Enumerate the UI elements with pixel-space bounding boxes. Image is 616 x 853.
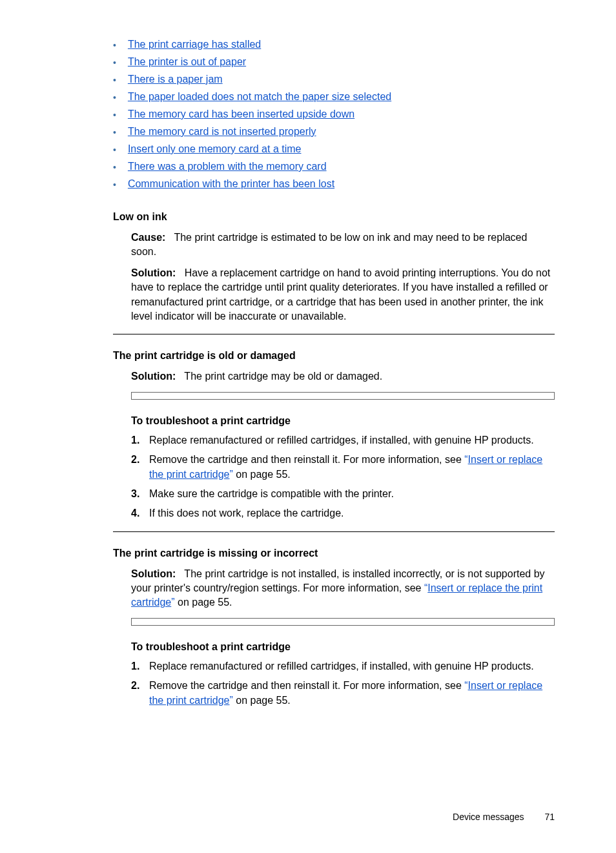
topic-link[interactable]: Insert only one memory card at a time xyxy=(128,143,302,155)
step-item: 3.Make sure the cartridge is compatible … xyxy=(131,487,555,501)
solution-text: Have a replacement cartridge on hand to … xyxy=(131,267,550,322)
list-item: •There was a problem with the memory car… xyxy=(113,161,555,174)
list-item: •The memory card has been inserted upsid… xyxy=(113,108,555,122)
bullet-icon: • xyxy=(113,126,116,139)
bullet-icon: • xyxy=(113,39,116,52)
old-damaged-content: Solution: The print cartridge may be old… xyxy=(113,369,555,384)
heading-low-on-ink: Low on ink xyxy=(113,211,555,223)
bullet-icon: • xyxy=(113,91,116,105)
solution-text: The print cartridge is not installed, is… xyxy=(131,568,545,608)
step-text: Remove the cartridge and then reinstall … xyxy=(149,679,555,708)
solution-label: Solution: xyxy=(131,267,176,278)
solution-paragraph: Solution: The print cartridge is not ins… xyxy=(131,567,555,610)
troubleshoot-block-1: To troubleshoot a print cartridge 1.Repl… xyxy=(113,415,555,521)
section-divider xyxy=(113,531,555,532)
topic-link[interactable]: Communication with the printer has been … xyxy=(128,178,334,190)
topic-link[interactable]: The print carriage has stalled xyxy=(128,39,261,50)
step-number: 2. xyxy=(131,453,149,467)
step-number: 1. xyxy=(131,659,149,673)
step-text: If this does not work, replace the cartr… xyxy=(149,506,344,520)
bullet-icon: • xyxy=(113,56,116,70)
low-on-ink-content: Cause: The print cartridge is estimated … xyxy=(113,231,555,324)
list-item: •The paper loaded does not match the pap… xyxy=(113,91,555,105)
numbered-steps: 1.Replace remanufactured or refilled car… xyxy=(131,433,555,521)
box-divider xyxy=(131,618,555,626)
step-item: 2.Remove the cartridge and then reinstal… xyxy=(131,679,555,708)
cause-label: Cause: xyxy=(131,232,165,243)
cause-text: The print cartridge is estimated to be l… xyxy=(131,232,527,257)
step-number: 3. xyxy=(131,487,149,501)
topic-link[interactable]: There was a problem with the memory card xyxy=(128,161,327,172)
bullet-icon: • xyxy=(113,74,116,87)
topic-link[interactable]: The printer is out of paper xyxy=(128,56,246,68)
troubleshoot-block-2: To troubleshoot a print cartridge 1.Repl… xyxy=(113,641,555,708)
solution-paragraph: Solution: Have a replacement cartridge o… xyxy=(131,266,555,324)
topic-link[interactable]: There is a paper jam xyxy=(128,74,223,85)
solution-text: The print cartridge may be old or damage… xyxy=(184,371,382,382)
footer-label: Device messages xyxy=(453,812,524,822)
cause-paragraph: Cause: The print cartridge is estimated … xyxy=(131,231,555,260)
bullet-icon: • xyxy=(113,143,116,157)
step-text: Replace remanufactured or refilled cartr… xyxy=(149,433,534,447)
subheading-troubleshoot: To troubleshoot a print cartridge xyxy=(131,641,555,653)
step-item: 1.Replace remanufactured or refilled car… xyxy=(131,433,555,447)
section-divider xyxy=(113,334,555,334)
missing-incorrect-content: Solution: The print cartridge is not ins… xyxy=(113,567,555,610)
list-item: •The print carriage has stalled xyxy=(113,39,555,52)
list-item: •The printer is out of paper xyxy=(113,56,555,70)
step-number: 1. xyxy=(131,433,149,447)
step-item: 2.Remove the cartridge and then reinstal… xyxy=(131,453,555,482)
bullet-icon: • xyxy=(113,178,116,192)
list-item: •There is a paper jam xyxy=(113,74,555,87)
list-item: •Communication with the printer has been… xyxy=(113,178,555,192)
solution-label: Solution: xyxy=(131,371,176,382)
step-item: 4.If this does not work, replace the car… xyxy=(131,506,555,520)
bullet-icon: • xyxy=(113,161,116,174)
list-item: •The memory card is not inserted properl… xyxy=(113,126,555,139)
step-item: 1.Replace remanufactured or refilled car… xyxy=(131,659,555,673)
topic-link[interactable]: The paper loaded does not match the pape… xyxy=(128,91,391,103)
page-footer: Device messages 71 xyxy=(453,812,555,822)
bullet-icon: • xyxy=(113,108,116,122)
solution-label: Solution: xyxy=(131,568,176,579)
topic-link[interactable]: The memory card has been inserted upside… xyxy=(128,108,354,120)
topic-links-list: •The print carriage has stalled •The pri… xyxy=(113,39,555,192)
step-text: Make sure the cartridge is compatible wi… xyxy=(149,487,394,501)
list-item: •Insert only one memory card at a time xyxy=(113,143,555,157)
step-text: Remove the cartridge and then reinstall … xyxy=(149,453,555,482)
step-number: 2. xyxy=(131,679,149,693)
numbered-steps: 1.Replace remanufactured or refilled car… xyxy=(131,659,555,708)
page-number: 71 xyxy=(544,812,555,822)
heading-missing-incorrect: The print cartridge is missing or incorr… xyxy=(113,548,555,559)
step-number: 4. xyxy=(131,506,149,520)
step-text: Replace remanufactured or refilled cartr… xyxy=(149,659,534,673)
heading-old-damaged: The print cartridge is old or damaged xyxy=(113,350,555,362)
box-divider xyxy=(131,392,555,400)
topic-link[interactable]: The memory card is not inserted properly xyxy=(128,126,316,138)
subheading-troubleshoot: To troubleshoot a print cartridge xyxy=(131,415,555,427)
solution-paragraph: Solution: The print cartridge may be old… xyxy=(131,369,555,384)
